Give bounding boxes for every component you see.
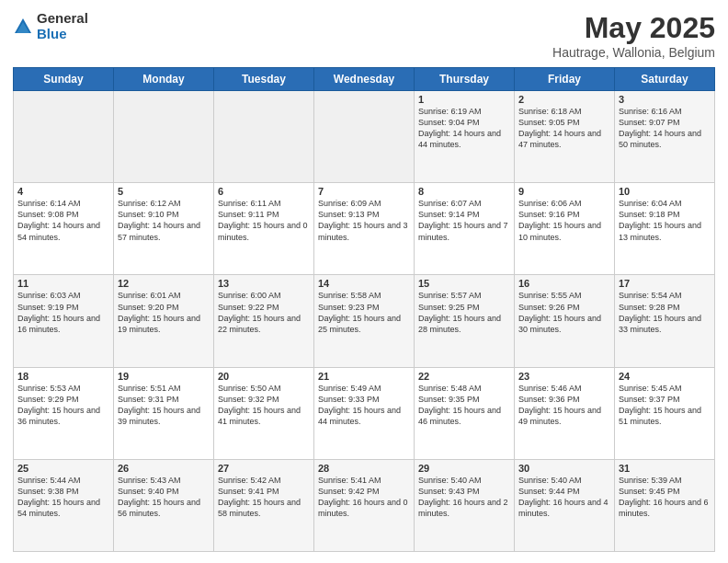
day-number: 31 [619, 463, 711, 474]
logo: General Blue [13, 11, 88, 41]
calendar-cell: 18Sunrise: 5:53 AM Sunset: 9:29 PM Dayli… [14, 367, 114, 459]
calendar-cell: 14Sunrise: 5:58 AM Sunset: 9:23 PM Dayli… [314, 275, 415, 367]
day-info: Sunrise: 6:01 AM Sunset: 9:20 PM Dayligh… [118, 290, 210, 335]
day-number: 3 [619, 94, 711, 105]
day-info: Sunrise: 6:14 AM Sunset: 9:08 PM Dayligh… [17, 198, 109, 243]
day-info: Sunrise: 5:45 AM Sunset: 9:37 PM Dayligh… [619, 383, 711, 428]
day-info: Sunrise: 6:16 AM Sunset: 9:07 PM Dayligh… [619, 106, 711, 151]
day-info: Sunrise: 6:00 AM Sunset: 9:22 PM Dayligh… [218, 290, 310, 335]
calendar-cell: 22Sunrise: 5:48 AM Sunset: 9:35 PM Dayli… [415, 367, 515, 459]
day-number: 6 [218, 186, 310, 197]
day-info: Sunrise: 5:57 AM Sunset: 9:25 PM Dayligh… [418, 290, 510, 335]
day-number: 22 [418, 371, 510, 382]
day-number: 15 [418, 278, 510, 289]
calendar: SundayMondayTuesdayWednesdayThursdayFrid… [13, 67, 715, 552]
day-info: Sunrise: 5:58 AM Sunset: 9:23 PM Dayligh… [318, 290, 410, 335]
day-number: 19 [118, 371, 210, 382]
day-info: Sunrise: 5:49 AM Sunset: 9:33 PM Dayligh… [318, 383, 410, 428]
day-number: 13 [218, 278, 310, 289]
day-info: Sunrise: 6:03 AM Sunset: 9:19 PM Dayligh… [17, 290, 109, 335]
day-info: Sunrise: 6:06 AM Sunset: 9:16 PM Dayligh… [518, 198, 610, 243]
day-info: Sunrise: 5:39 AM Sunset: 9:45 PM Dayligh… [619, 475, 711, 520]
calendar-cell: 29Sunrise: 5:40 AM Sunset: 9:43 PM Dayli… [415, 459, 515, 551]
day-header-wednesday: Wednesday [314, 68, 415, 91]
calendar-cell: 17Sunrise: 5:54 AM Sunset: 9:28 PM Dayli… [615, 275, 715, 367]
day-info: Sunrise: 5:55 AM Sunset: 9:26 PM Dayligh… [518, 290, 610, 335]
day-number: 30 [518, 463, 610, 474]
day-number: 2 [518, 94, 610, 105]
calendar-cell: 13Sunrise: 6:00 AM Sunset: 9:22 PM Dayli… [214, 275, 314, 367]
day-number: 16 [518, 278, 610, 289]
day-number: 27 [218, 463, 310, 474]
day-number: 1 [418, 94, 510, 105]
calendar-cell: 10Sunrise: 6:04 AM Sunset: 9:18 PM Dayli… [615, 183, 715, 275]
calendar-cell: 30Sunrise: 5:40 AM Sunset: 9:44 PM Dayli… [515, 459, 615, 551]
day-info: Sunrise: 5:40 AM Sunset: 9:44 PM Dayligh… [518, 475, 610, 520]
day-number: 25 [17, 463, 109, 474]
logo-general: General [37, 11, 88, 27]
day-info: Sunrise: 6:07 AM Sunset: 9:14 PM Dayligh… [418, 198, 510, 243]
calendar-cell: 31Sunrise: 5:39 AM Sunset: 9:45 PM Dayli… [615, 459, 715, 551]
calendar-cell [14, 91, 114, 183]
day-header-friday: Friday [515, 68, 615, 91]
day-number: 12 [118, 278, 210, 289]
calendar-cell: 7Sunrise: 6:09 AM Sunset: 9:13 PM Daylig… [314, 183, 415, 275]
day-header-saturday: Saturday [615, 68, 715, 91]
day-info: Sunrise: 6:12 AM Sunset: 9:10 PM Dayligh… [118, 198, 210, 243]
calendar-cell: 23Sunrise: 5:46 AM Sunset: 9:36 PM Dayli… [515, 367, 615, 459]
day-number: 14 [318, 278, 410, 289]
day-number: 18 [17, 371, 109, 382]
day-number: 17 [619, 278, 711, 289]
calendar-cell: 9Sunrise: 6:06 AM Sunset: 9:16 PM Daylig… [515, 183, 615, 275]
month-title: May 2025 [552, 11, 715, 45]
calendar-cell: 19Sunrise: 5:51 AM Sunset: 9:31 PM Dayli… [114, 367, 214, 459]
calendar-cell: 12Sunrise: 6:01 AM Sunset: 9:20 PM Dayli… [114, 275, 214, 367]
day-number: 29 [418, 463, 510, 474]
day-info: Sunrise: 5:41 AM Sunset: 9:42 PM Dayligh… [318, 475, 410, 520]
day-info: Sunrise: 5:46 AM Sunset: 9:36 PM Dayligh… [518, 383, 610, 428]
logo-blue: Blue [37, 27, 88, 42]
day-header-tuesday: Tuesday [214, 68, 314, 91]
day-info: Sunrise: 5:40 AM Sunset: 9:43 PM Dayligh… [418, 475, 510, 520]
day-info: Sunrise: 5:50 AM Sunset: 9:32 PM Dayligh… [218, 383, 310, 428]
calendar-cell [114, 91, 214, 183]
day-info: Sunrise: 5:51 AM Sunset: 9:31 PM Dayligh… [118, 383, 210, 428]
day-info: Sunrise: 6:19 AM Sunset: 9:04 PM Dayligh… [418, 106, 510, 151]
calendar-cell: 15Sunrise: 5:57 AM Sunset: 9:25 PM Dayli… [415, 275, 515, 367]
day-info: Sunrise: 5:42 AM Sunset: 9:41 PM Dayligh… [218, 475, 310, 520]
day-info: Sunrise: 5:53 AM Sunset: 9:29 PM Dayligh… [17, 383, 109, 428]
calendar-cell [214, 91, 314, 183]
day-number: 28 [318, 463, 410, 474]
calendar-cell: 24Sunrise: 5:45 AM Sunset: 9:37 PM Dayli… [615, 367, 715, 459]
day-number: 8 [418, 186, 510, 197]
calendar-cell: 4Sunrise: 6:14 AM Sunset: 9:08 PM Daylig… [14, 183, 114, 275]
day-header-sunday: Sunday [14, 68, 114, 91]
day-number: 10 [619, 186, 711, 197]
day-number: 21 [318, 371, 410, 382]
day-number: 26 [118, 463, 210, 474]
day-info: Sunrise: 6:09 AM Sunset: 9:13 PM Dayligh… [318, 198, 410, 243]
calendar-cell: 26Sunrise: 5:43 AM Sunset: 9:40 PM Dayli… [114, 459, 214, 551]
calendar-cell: 20Sunrise: 5:50 AM Sunset: 9:32 PM Dayli… [214, 367, 314, 459]
day-number: 23 [518, 371, 610, 382]
location-title: Hautrage, Wallonia, Belgium [552, 45, 715, 60]
day-number: 11 [17, 278, 109, 289]
calendar-cell: 16Sunrise: 5:55 AM Sunset: 9:26 PM Dayli… [515, 275, 615, 367]
calendar-cell: 1Sunrise: 6:19 AM Sunset: 9:04 PM Daylig… [415, 91, 515, 183]
day-header-monday: Monday [114, 68, 214, 91]
title-block: May 2025 Hautrage, Wallonia, Belgium [552, 11, 715, 60]
day-header-thursday: Thursday [415, 68, 515, 91]
calendar-cell: 27Sunrise: 5:42 AM Sunset: 9:41 PM Dayli… [214, 459, 314, 551]
day-number: 7 [318, 186, 410, 197]
calendar-cell: 8Sunrise: 6:07 AM Sunset: 9:14 PM Daylig… [415, 183, 515, 275]
day-info: Sunrise: 6:04 AM Sunset: 9:18 PM Dayligh… [619, 198, 711, 243]
day-info: Sunrise: 5:44 AM Sunset: 9:38 PM Dayligh… [17, 475, 109, 520]
day-number: 20 [218, 371, 310, 382]
day-info: Sunrise: 5:48 AM Sunset: 9:35 PM Dayligh… [418, 383, 510, 428]
day-number: 9 [518, 186, 610, 197]
calendar-cell [314, 91, 415, 183]
calendar-cell: 5Sunrise: 6:12 AM Sunset: 9:10 PM Daylig… [114, 183, 214, 275]
day-number: 5 [118, 186, 210, 197]
day-info: Sunrise: 5:54 AM Sunset: 9:28 PM Dayligh… [619, 290, 711, 335]
day-info: Sunrise: 5:43 AM Sunset: 9:40 PM Dayligh… [118, 475, 210, 520]
